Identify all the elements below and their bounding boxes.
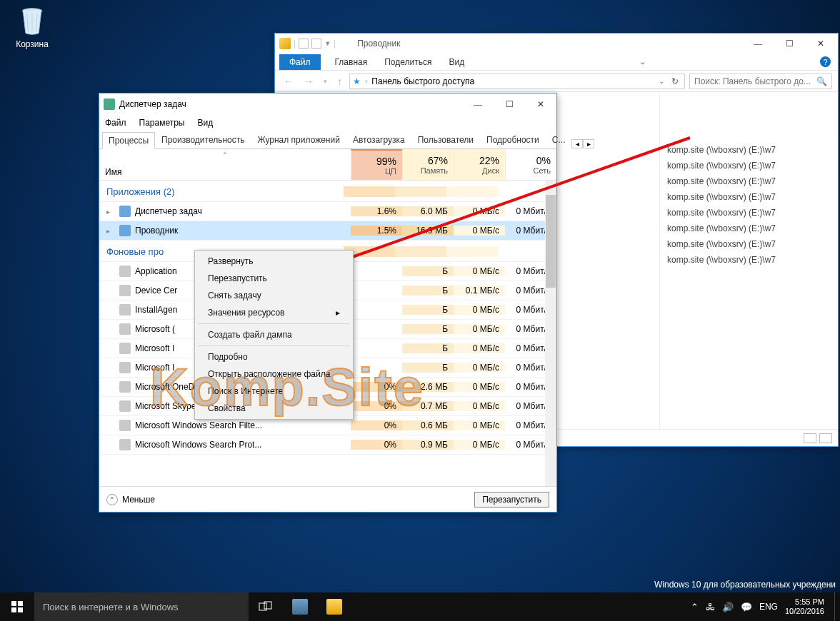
recent-file[interactable]: komp.site (\\vboxsrv) (E:)\w7 — [660, 252, 838, 268]
ctx-restart[interactable]: Перезапустить — [195, 270, 353, 287]
ribbon: Файл Главная Поделиться Вид ⌄ ? — [275, 54, 838, 71]
tab-services[interactable]: С... — [546, 131, 572, 148]
file-tab[interactable]: Файл — [279, 54, 321, 70]
tab-app-history[interactable]: Журнал приложений — [251, 131, 346, 148]
process-name: Application — [135, 266, 177, 276]
qat-dropdown[interactable]: ▼ — [324, 40, 331, 47]
ctx-open-location[interactable]: Открыть расположение файла — [195, 365, 353, 383]
table-row[interactable]: ▸Диспетчер задач1.6%6.0 МБ0 МБ/с0 Мбит/с — [99, 202, 556, 221]
submenu-arrow-icon: ▸ — [336, 308, 340, 318]
address-text: Панель быстрого доступа — [371, 76, 474, 86]
cell-mem: 0.6 МБ — [402, 420, 454, 430]
recent-file[interactable]: komp.site (\\vboxsrv) (E:)\w7 — [660, 142, 838, 158]
show-desktop-button[interactable] — [834, 592, 839, 621]
tray-volume-icon[interactable]: 🔊 — [722, 602, 734, 612]
cell-cpu: 0% — [351, 420, 402, 430]
view-details-button[interactable] — [804, 433, 816, 443]
explorer-title: Проводник — [357, 39, 400, 49]
expand-icon[interactable]: ▸ — [106, 227, 110, 235]
ribbon-tab-view[interactable]: Вид — [446, 54, 467, 70]
menu-options[interactable]: Параметры — [139, 118, 185, 128]
recent-file[interactable]: komp.site (\\vboxsrv) (E:)\w7 — [660, 158, 838, 173]
table-row[interactable]: ▸Проводник1.5%16.9 МБ0 МБ/с0 Мбит/с — [99, 221, 556, 241]
refresh-icon[interactable]: ↻ — [669, 76, 681, 86]
col-name[interactable]: ⌃ Имя — [99, 149, 351, 180]
explorer-titlebar[interactable]: | ▼ | Проводник — ☐ ✕ — [275, 34, 838, 54]
tab-startup[interactable]: Автозагрузка — [346, 131, 411, 148]
address-dropdown-icon[interactable]: ⌄ — [659, 77, 664, 85]
col-network[interactable]: 0% Сеть — [505, 149, 556, 180]
view-large-button[interactable] — [819, 433, 832, 443]
ctx-search-online[interactable]: Поиск в Интернете — [195, 383, 353, 400]
quick-access-toolbar: | ▼ | — [279, 38, 336, 49]
qat-item[interactable] — [311, 39, 321, 49]
ribbon-collapse-icon[interactable]: ⌄ — [639, 57, 646, 66]
tray-network-icon[interactable]: 🖧 — [706, 602, 715, 612]
nav-history-icon[interactable]: ▾ — [321, 78, 330, 85]
nav-forward-icon[interactable]: → — [301, 76, 316, 87]
maximize-button[interactable]: ☐ — [774, 34, 805, 54]
tab-scroll-left[interactable]: ◂ — [571, 139, 583, 148]
taskbar-app-taskmgr[interactable] — [283, 592, 317, 621]
process-icon — [119, 362, 131, 373]
recent-file[interactable]: komp.site (\\vboxsrv) (E:)\w7 — [660, 221, 838, 236]
windows-logo-icon — [11, 601, 23, 612]
tab-scroll-right[interactable]: ▸ — [583, 139, 594, 148]
ctx-create-dump[interactable]: Создать файл дампа — [195, 326, 353, 343]
table-row[interactable]: Microsoft Windows Search Prot...0%0.9 МБ… — [99, 435, 556, 455]
nav-up-icon[interactable]: ↑ — [334, 76, 345, 87]
scrollbar[interactable] — [545, 181, 556, 486]
ctx-properties[interactable]: Свойства — [195, 400, 353, 417]
recent-file[interactable]: komp.site (\\vboxsrv) (E:)\w7 — [660, 189, 838, 205]
fewer-details-button[interactable]: ⌃ Меньше — [106, 494, 155, 505]
restart-button[interactable]: Перезапустить — [474, 492, 549, 508]
minimize-button[interactable]: — — [742, 34, 774, 54]
process-name: Диспетчер задач — [135, 206, 202, 216]
close-button[interactable]: ✕ — [525, 94, 556, 114]
tray-notifications-icon[interactable]: 💬 — [741, 602, 752, 612]
cell-disk: 0 МБ/с — [454, 226, 505, 236]
taskbar-app-explorer[interactable] — [317, 592, 351, 621]
tab-performance[interactable]: Производительность — [155, 131, 251, 148]
ctx-details[interactable]: Подробно — [195, 348, 353, 365]
ribbon-tab-home[interactable]: Главная — [332, 54, 371, 70]
language-indicator[interactable]: ENG — [759, 602, 778, 612]
nav-back-icon[interactable]: ← — [281, 76, 296, 87]
clock[interactable]: 5:55 PM 10/20/2016 — [785, 597, 827, 616]
ctx-end-task[interactable]: Снять задачу — [195, 287, 353, 304]
address-field[interactable]: ★ › Панель быстрого доступа ⌄ ↻ — [349, 74, 685, 89]
tab-details[interactable]: Подробности — [480, 131, 546, 148]
menu-view[interactable]: Вид — [197, 118, 213, 128]
col-cpu[interactable]: 99% ЦП — [351, 149, 402, 180]
search-input[interactable]: 🔍 — [689, 74, 832, 89]
col-memory[interactable]: 67% Память — [402, 149, 454, 180]
minimize-button[interactable]: — — [462, 94, 494, 114]
ctx-expand[interactable]: Развернуть — [195, 253, 353, 270]
folder-icon — [279, 38, 291, 49]
recycle-bin[interactable]: Корзина — [7, 6, 57, 49]
recent-file[interactable]: komp.site (\\vboxsrv) (E:)\w7 — [660, 173, 838, 189]
cell-disk: 0 МБ/с — [454, 440, 505, 450]
cell-disk: 0 МБ/с — [454, 266, 505, 276]
tab-users[interactable]: Пользователи — [411, 131, 480, 148]
taskbar-search[interactable]: Поиск в интернете и в Windows — [34, 592, 249, 621]
search-icon[interactable]: 🔍 — [816, 76, 827, 86]
ctx-resource-values[interactable]: Значения ресурсов ▸ — [195, 304, 353, 321]
qat-item[interactable] — [299, 39, 309, 49]
tm-titlebar[interactable]: Диспетчер задач — ☐ ✕ — [99, 94, 556, 115]
search-field[interactable] — [694, 76, 814, 86]
close-button[interactable]: ✕ — [805, 34, 836, 54]
recent-file[interactable]: komp.site (\\vboxsrv) (E:)\w7 — [660, 236, 838, 252]
col-disk[interactable]: 22% Диск — [454, 149, 505, 180]
recent-file[interactable]: komp.site (\\vboxsrv) (E:)\w7 — [660, 205, 838, 221]
scrollbar-thumb[interactable] — [546, 195, 556, 288]
task-view-button[interactable] — [249, 592, 283, 621]
help-icon[interactable]: ? — [820, 56, 831, 67]
tab-processes[interactable]: Процессы — [102, 132, 155, 149]
tray-show-hidden-icon[interactable]: ⌃ — [691, 602, 699, 612]
maximize-button[interactable]: ☐ — [494, 94, 525, 114]
ribbon-tab-share[interactable]: Поделиться — [381, 54, 434, 70]
menu-file[interactable]: Файл — [105, 118, 126, 128]
start-button[interactable] — [0, 592, 34, 621]
expand-icon[interactable]: ▸ — [106, 208, 110, 216]
